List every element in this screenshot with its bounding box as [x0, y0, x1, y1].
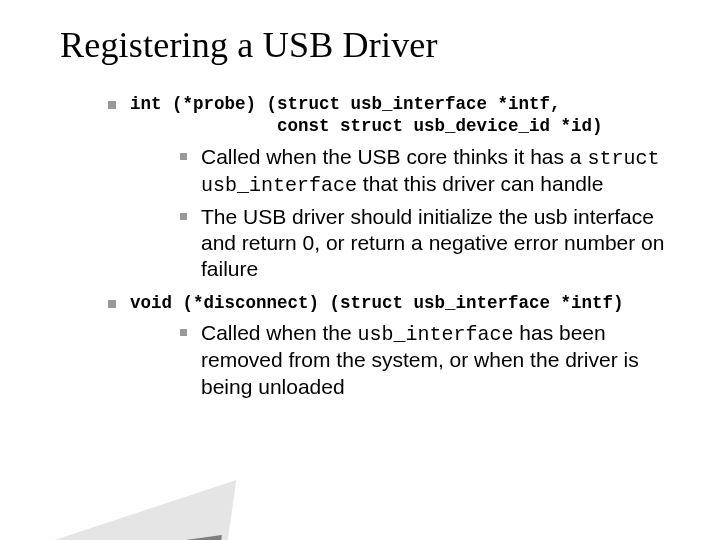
triangle-dark-icon — [0, 535, 222, 540]
inline-code: usb_interface — [357, 323, 513, 346]
text-pre: The USB driver should initialize the usb… — [201, 205, 664, 281]
bullet-icon — [180, 329, 187, 336]
bullet-icon — [108, 300, 116, 308]
triangle-light-icon — [0, 480, 236, 540]
list-item: Called when the usb_interface has been r… — [180, 320, 680, 400]
code-signature: int (*probe) (struct usb_interface *intf… — [130, 94, 603, 138]
bullet-icon — [108, 101, 116, 109]
slide: Registering a USB Driver int (*probe) (s… — [0, 0, 720, 540]
page-title: Registering a USB Driver — [60, 24, 680, 66]
body-text: Called when the usb_interface has been r… — [201, 320, 680, 400]
text-pre: Called when the USB core thinks it has a — [201, 145, 587, 168]
list-item: void (*disconnect) (struct usb_interface… — [108, 293, 680, 315]
list-item: int (*probe) (struct usb_interface *intf… — [108, 94, 680, 138]
bullet-icon — [180, 213, 187, 220]
text-pre: Called when the — [201, 321, 357, 344]
bullet-icon — [180, 153, 187, 160]
list-item: The USB driver should initialize the usb… — [180, 204, 680, 283]
corner-decoration — [0, 460, 230, 540]
body-text: The USB driver should initialize the usb… — [201, 204, 680, 283]
code-signature: void (*disconnect) (struct usb_interface… — [130, 293, 624, 315]
text-post: that this driver can handle — [357, 172, 603, 195]
body-text: Called when the USB core thinks it has a… — [201, 144, 680, 198]
list-item: Called when the USB core thinks it has a… — [180, 144, 680, 198]
